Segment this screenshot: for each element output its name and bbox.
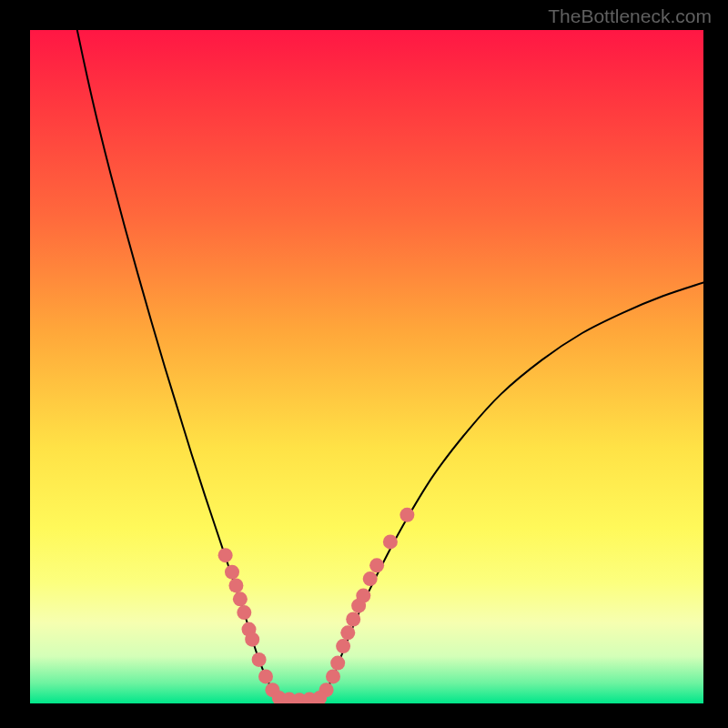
marker-point xyxy=(340,625,355,640)
watermark-text: TheBottleneck.com xyxy=(548,5,712,27)
bottleneck-chart xyxy=(30,30,703,703)
marker-point xyxy=(330,656,345,671)
marker-point xyxy=(399,508,414,522)
chart-background xyxy=(30,30,703,703)
marker-point xyxy=(258,669,273,683)
marker-point xyxy=(237,605,251,620)
marker-point xyxy=(336,639,350,653)
marker-point xyxy=(252,652,267,667)
marker-point xyxy=(369,558,384,572)
marker-point xyxy=(356,589,370,603)
marker-point xyxy=(383,534,398,549)
marker-point xyxy=(363,571,378,586)
chart-svg xyxy=(30,30,703,703)
marker-point xyxy=(225,565,239,580)
marker-point xyxy=(326,669,340,683)
marker-point xyxy=(228,579,243,593)
marker-point xyxy=(346,612,360,627)
marker-point xyxy=(245,632,259,647)
marker-point xyxy=(233,592,248,606)
marker-point xyxy=(218,548,233,562)
